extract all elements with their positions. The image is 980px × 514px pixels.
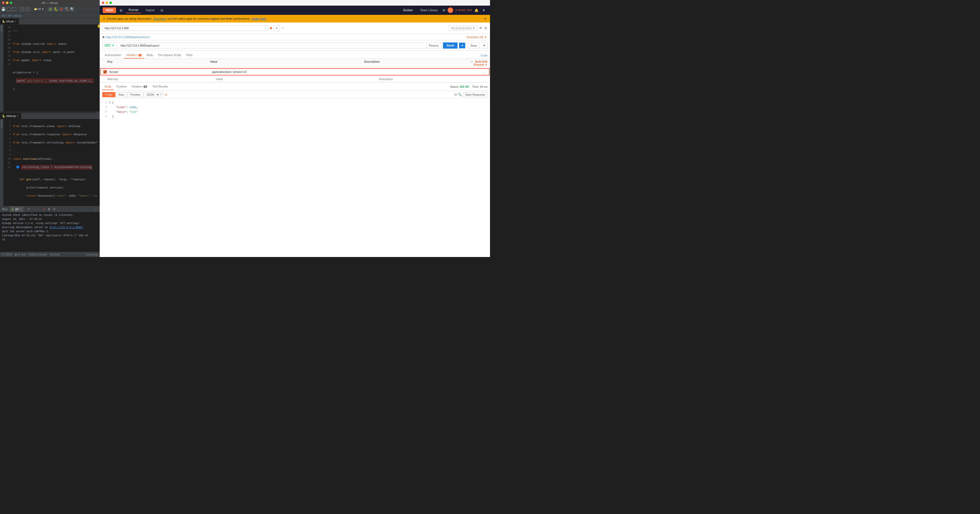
breadcrumb-part3[interactable]: urls.py <box>14 14 22 17</box>
views-code-content[interactable]: from rest_framework.views import APIView… <box>12 119 98 206</box>
status-item-python-console[interactable]: Python Console <box>29 253 47 256</box>
code-link[interactable]: Code <box>481 53 487 59</box>
resp-raw-btn[interactable]: Raw <box>116 92 127 97</box>
search-btn[interactable]: 🔍 <box>70 7 75 11</box>
params-btn[interactable]: Params <box>426 43 441 48</box>
add-tab-btn[interactable]: + <box>274 25 280 31</box>
tab-body[interactable]: Body <box>144 52 156 59</box>
format-select[interactable]: JSON XML HTML Text <box>144 92 160 97</box>
stop-run-btn[interactable]: ■ <box>42 207 46 211</box>
new-key-input[interactable] <box>107 78 216 81</box>
import-btn[interactable]: Import <box>143 7 157 13</box>
method-select[interactable]: GET ▼ <box>102 42 117 49</box>
new-btn[interactable]: NEW <box>103 7 116 13</box>
build-btn[interactable]: 🔨 <box>64 7 69 11</box>
settings-gear-icon[interactable]: ⚙ <box>442 8 445 12</box>
pm-minimize-btn[interactable] <box>105 2 108 4</box>
environment-selector[interactable]: No Environment ▼ <box>449 26 477 31</box>
request-url-input[interactable] <box>119 43 425 48</box>
tab-views-py[interactable]: 🐍 views.py ✕ <box>0 113 21 119</box>
layout-icon-btn[interactable]: ⊟ <box>159 8 165 13</box>
forward-btn[interactable]: → <box>25 7 30 11</box>
project-dropdown[interactable]: 📁 drf ▼ <box>33 8 45 11</box>
save-response-btn[interactable]: Save Response <box>463 92 487 97</box>
status-item-todo[interactable]: 6: TODO <box>2 253 12 256</box>
sync-btn[interactable]: ⟳ SYNC OFF <box>455 9 473 12</box>
server-url-link[interactable]: http://127.0.0.1:8000/ <box>49 226 83 229</box>
pm-maximize-btn[interactable] <box>110 2 112 4</box>
scroll-up-btn[interactable]: ↑ <box>32 207 36 211</box>
tab-headers[interactable]: Headers 1 <box>124 52 144 59</box>
header-accept-checkbox[interactable] <box>103 70 107 73</box>
beautify-icon[interactable]: ≡ <box>165 93 167 97</box>
status-item-run[interactable]: ▶ 4: Run <box>15 253 25 256</box>
resp-tab-cookies[interactable]: Cookies <box>114 83 129 90</box>
save-btn[interactable]: Save <box>468 43 480 48</box>
json-toggle-1[interactable]: ▼ <box>109 101 112 105</box>
env-settings-icon[interactable]: ⚙ <box>484 26 487 30</box>
rerun-btn[interactable]: ↺ <box>27 207 31 211</box>
download-link[interactable]: Download <box>153 17 166 20</box>
debug-btn[interactable]: 🐛 <box>54 7 58 11</box>
bulk-edit-btn[interactable]: Bulk Edit <box>475 60 487 63</box>
collapse-run-btn[interactable]: − <box>94 207 98 211</box>
minimize-window-btn[interactable] <box>6 2 8 4</box>
new-desc-input[interactable] <box>379 78 487 81</box>
header-desc-input-accept[interactable] <box>363 70 466 74</box>
run-settings-btn[interactable]: ⚙ <box>52 207 56 211</box>
header-value-input-accept[interactable] <box>211 70 363 74</box>
new-value-input[interactable] <box>216 78 379 81</box>
status-item-event-log[interactable]: Event Log <box>86 253 98 256</box>
builder-btn[interactable]: Builder <box>401 7 415 13</box>
tab-urls-py[interactable]: 🐍 urls.py ✕ <box>0 18 19 24</box>
dots-col-icon[interactable]: ··· <box>471 60 473 63</box>
resp-pretty-btn[interactable]: Pretty <box>102 92 115 97</box>
search-response-icon[interactable]: 🔍 <box>458 92 462 97</box>
examples-link[interactable]: Examples (0) ▼ <box>467 35 487 38</box>
tab-tests[interactable]: Tests <box>183 52 195 59</box>
header-more-icon[interactable]: ··· <box>484 70 487 74</box>
resp-tab-headers[interactable]: Headers 9 <box>129 83 150 90</box>
resp-tab-body[interactable]: Body <box>102 83 114 90</box>
breadcrumb-part1[interactable]: drf <box>2 14 5 17</box>
team-library-btn[interactable]: Team Library <box>417 7 440 13</box>
urls-code-content[interactable]: """ from django.contrib import admin fro… <box>12 24 98 112</box>
resp-preview-btn[interactable]: Preview <box>127 92 143 97</box>
redo-btn[interactable]: ↪ <box>12 7 16 11</box>
breadcrumb-part2[interactable]: drf <box>8 14 11 17</box>
clear-run-btn[interactable]: 🗑 <box>47 207 51 211</box>
save-dropdown-icon[interactable]: ▼ <box>481 43 487 48</box>
runner-btn[interactable]: Runner <box>126 7 141 13</box>
presets-btn[interactable]: Presets ▼ <box>474 63 487 66</box>
more-options-btn[interactable]: ··· <box>281 26 284 30</box>
status-item-terminal[interactable]: Terminal <box>50 253 60 256</box>
run-btn[interactable]: ▶ <box>48 7 53 11</box>
avatar[interactable]: U <box>447 7 453 13</box>
learn-more-link[interactable]: Learn more <box>252 17 266 20</box>
stop-btn[interactable]: ■ <box>59 7 64 11</box>
pm-close-btn[interactable] <box>102 2 104 4</box>
copy-response-icon[interactable]: ⧉ <box>455 92 457 97</box>
back-btn[interactable]: ← <box>20 7 24 11</box>
run-tab-drf[interactable]: ▶ drf ✕ <box>10 206 24 212</box>
format-selector[interactable]: JSON XML HTML Text ▼ <box>144 92 164 97</box>
pm-url-input[interactable] <box>102 25 268 31</box>
close-views-tab-icon[interactable]: ✕ <box>17 115 19 117</box>
send-btn[interactable]: Send <box>443 42 458 49</box>
tab-authorization[interactable]: Authorization <box>102 52 124 59</box>
views-code-editor[interactable]: 12345 678910 1112 from rest_framework.vi… <box>3 119 100 206</box>
maximize-window-btn[interactable] <box>10 2 12 4</box>
workspace-icon-btn[interactable]: ⊞ <box>118 8 124 13</box>
run-tab-close-icon[interactable]: ✕ <box>19 208 21 211</box>
header-key-input-accept[interactable] <box>108 70 211 74</box>
scroll-down-btn[interactable]: ↓ <box>37 207 41 211</box>
close-tab-icon[interactable]: ✕ <box>14 20 17 23</box>
send-dropdown-icon[interactable]: ▼ <box>459 43 465 48</box>
notifications-bell-icon[interactable]: 🔔 <box>474 8 479 12</box>
eye-icon[interactable]: 👁 <box>479 26 483 30</box>
save-all-btn[interactable]: 💾 <box>1 7 6 11</box>
tab-pre-request[interactable]: Pre-request Script <box>156 52 183 59</box>
request-path-link[interactable]: http://127.0.0.1:8000/api/send/sms/ <box>106 35 150 38</box>
undo-btn[interactable]: ↩ <box>6 7 11 11</box>
resp-tab-test-results[interactable]: Test Results <box>150 83 170 90</box>
